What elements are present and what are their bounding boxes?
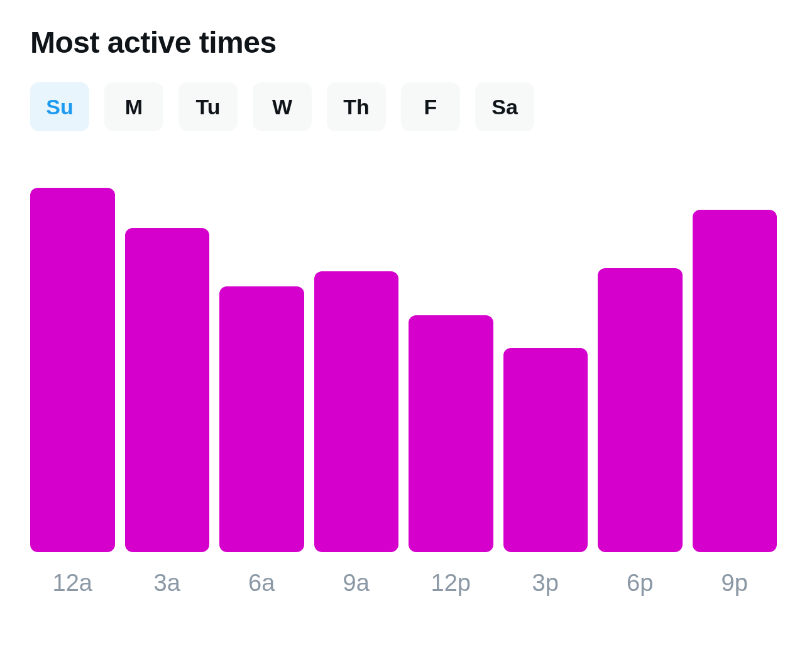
- x-axis-label: 9a: [314, 570, 399, 597]
- day-tab-tu[interactable]: Tu: [178, 82, 238, 131]
- day-tab-sa[interactable]: Sa: [475, 82, 534, 131]
- bar-col: [219, 286, 304, 552]
- x-axis-label: 6a: [219, 570, 304, 597]
- bar-9p[interactable]: [693, 210, 777, 552]
- bar-12a[interactable]: [30, 188, 115, 552]
- bar-col: [30, 188, 115, 552]
- bar-3p[interactable]: [503, 348, 588, 552]
- bar-col: [503, 348, 588, 552]
- x-axis-label: 6p: [598, 570, 683, 597]
- activity-bar-chart: 12a 3a 6a 9a 12p 3p 6p 9p: [30, 188, 777, 597]
- most-active-times-panel: Most active times Su M Tu W Th F Sa: [0, 0, 807, 672]
- bar-3a[interactable]: [125, 228, 210, 552]
- bar-12p[interactable]: [409, 315, 493, 552]
- x-axis-label: 3p: [503, 570, 588, 597]
- day-tab-th[interactable]: Th: [327, 82, 386, 131]
- day-tab-m[interactable]: M: [104, 82, 163, 131]
- day-tab-su[interactable]: Su: [30, 82, 89, 131]
- day-tab-f[interactable]: F: [401, 82, 460, 131]
- bar-col: [125, 228, 210, 552]
- x-axis-label: 9p: [693, 570, 777, 597]
- x-axis-label: 3a: [125, 570, 210, 597]
- bar-col: [693, 210, 777, 552]
- bar-6p[interactable]: [598, 268, 683, 552]
- day-tab-w[interactable]: W: [253, 82, 312, 131]
- bar-col: [598, 268, 683, 552]
- x-axis-label: 12a: [30, 570, 115, 597]
- chart-x-axis: 12a 3a 6a 9a 12p 3p 6p 9p: [30, 570, 777, 597]
- bar-col: [314, 271, 399, 552]
- page-title: Most active times: [30, 25, 777, 60]
- x-axis-label: 12p: [409, 570, 493, 597]
- bar-col: [409, 315, 493, 552]
- day-tabs: Su M Tu W Th F Sa: [30, 82, 777, 131]
- bar-6a[interactable]: [219, 286, 304, 552]
- chart-bars: [30, 188, 777, 552]
- bar-9a[interactable]: [314, 271, 399, 552]
